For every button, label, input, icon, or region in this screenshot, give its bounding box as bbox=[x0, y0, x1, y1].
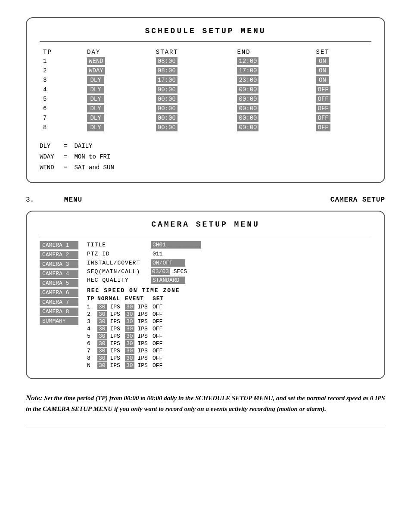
legend-eq: = bbox=[64, 141, 67, 152]
legend-item: DLY = DAILY bbox=[40, 141, 371, 152]
legend-item: WEND = SAT and SUN bbox=[40, 162, 371, 173]
legend-item: WDAY = MON to FRI bbox=[40, 152, 371, 162]
camera-layout: CAMERA 1CAMERA 2CAMERA 3CAMERA 4CAMERA 5… bbox=[40, 241, 371, 370]
cell-set: ON bbox=[313, 75, 372, 85]
rs-tp: 5 bbox=[87, 333, 96, 339]
rs-tp: N bbox=[87, 362, 96, 369]
camera-field-label: INSTALL/COVERT bbox=[87, 260, 147, 266]
cell-end: 00:00 bbox=[234, 94, 312, 104]
rs-normal: 30 IPS bbox=[97, 348, 123, 354]
cell-set: ON bbox=[313, 56, 372, 66]
cell-start: 00:00 bbox=[153, 94, 234, 104]
schedule-row: 2 WDAY 08:00 17:00 ON bbox=[40, 66, 371, 75]
col-set-header: SET bbox=[153, 296, 170, 302]
cell-tp: 1 bbox=[40, 56, 84, 66]
rs-set: OFF bbox=[153, 340, 170, 347]
col-tp-header: TP bbox=[87, 296, 96, 302]
cell-set: OFF bbox=[313, 104, 372, 113]
cell-end: 12:00 bbox=[234, 56, 312, 66]
rec-speed-row: 2 30 IPS 30 IPS OFF bbox=[87, 311, 371, 317]
rs-normal: 30 IPS bbox=[97, 340, 123, 347]
cell-end: 17:00 bbox=[234, 66, 312, 75]
rs-normal: 30 IPS bbox=[97, 362, 123, 369]
camera-list-item[interactable]: CAMERA 2 bbox=[40, 251, 78, 259]
rs-tp: 1 bbox=[87, 304, 96, 310]
cell-end: 00:00 bbox=[234, 104, 312, 113]
rs-set: OFF bbox=[153, 326, 170, 332]
rs-set: OFF bbox=[153, 311, 170, 317]
rs-event: 30 IPS bbox=[125, 326, 151, 332]
cell-day: DLY bbox=[84, 94, 153, 104]
rs-normal: 30 IPS bbox=[97, 318, 123, 325]
rs-event: 30 IPS bbox=[125, 362, 151, 369]
cell-start: 17:00 bbox=[153, 75, 234, 85]
rs-normal: 30 IPS bbox=[97, 326, 123, 332]
section3-heading: 3. MENU CAMERA SETUP bbox=[26, 196, 385, 204]
rs-tp: 2 bbox=[87, 311, 96, 317]
legend-abbr: DLY bbox=[40, 141, 57, 152]
cell-start: 00:00 bbox=[153, 123, 234, 132]
camera-list-item[interactable]: CAMERA 7 bbox=[40, 298, 78, 306]
rec-speed-row: N 30 IPS 30 IPS OFF bbox=[87, 362, 371, 369]
legend-eq: = bbox=[64, 152, 67, 162]
rs-event: 30 IPS bbox=[125, 311, 151, 317]
cell-end: 00:00 bbox=[234, 123, 312, 132]
camera-settings: TITLE CH01__________ PTZ ID 011 INSTALL/… bbox=[87, 241, 371, 370]
cell-set: ON bbox=[313, 66, 372, 75]
cell-end: 00:00 bbox=[234, 85, 312, 94]
schedule-table-header: TP DAY START END SET bbox=[40, 48, 371, 56]
rs-set: OFF bbox=[153, 304, 170, 310]
camera-field-label: SEQ(MAIN/CALL) bbox=[87, 268, 147, 275]
camera-field-row: INSTALL/COVERT ON/OFF bbox=[87, 259, 371, 267]
cell-tp: 2 bbox=[40, 66, 84, 75]
camera-field-row: PTZ ID 011 bbox=[87, 250, 371, 258]
cell-set: OFF bbox=[313, 85, 372, 94]
camera-field-row: SEQ(MAIN/CALL) 03/03 SECS bbox=[87, 268, 371, 275]
rec-speed-row: 4 30 IPS 30 IPS OFF bbox=[87, 326, 371, 332]
rs-tp: 4 bbox=[87, 326, 96, 332]
camera-field-row: TITLE CH01__________ bbox=[87, 241, 371, 249]
cell-end: 00:00 bbox=[234, 113, 312, 123]
rs-normal: 30 IPS bbox=[97, 355, 123, 361]
cell-start: 08:00 bbox=[153, 66, 234, 75]
rs-normal: 30 IPS bbox=[97, 311, 123, 317]
camera-list-item[interactable]: CAMERA 4 bbox=[40, 270, 78, 278]
camera-field-label: REC QUALITY bbox=[87, 277, 147, 283]
rec-speed-col-headers: TP NORMAL EVENT SET bbox=[87, 296, 371, 302]
col-end: END bbox=[234, 48, 312, 56]
camera-list-item[interactable]: CAMERA 1 bbox=[40, 241, 78, 249]
camera-list-item[interactable]: CAMERA 5 bbox=[40, 279, 78, 287]
camera-list-item[interactable]: CAMERA 3 bbox=[40, 260, 78, 268]
rec-speed-section: REC SPEED ON TIME ZONE TP NORMAL EVENT S… bbox=[87, 287, 371, 369]
rec-speed-header: REC SPEED ON TIME ZONE bbox=[87, 287, 371, 294]
cell-tp: 6 bbox=[40, 104, 84, 113]
rs-event: 30 IPS bbox=[125, 318, 151, 325]
col-tp: TP bbox=[40, 48, 84, 56]
schedule-table: TP DAY START END SET 1 WEND 08:00 12:00 … bbox=[40, 48, 371, 132]
camera-list-item[interactable]: CAMERA 8 bbox=[40, 308, 78, 316]
camera-field-value: ON/OFF bbox=[151, 259, 185, 267]
camera-field-label: TITLE bbox=[87, 242, 147, 248]
rs-tp: 6 bbox=[87, 340, 96, 347]
col-set: SET bbox=[313, 48, 372, 56]
rs-tp: 7 bbox=[87, 348, 96, 354]
cell-start: 00:00 bbox=[153, 104, 234, 113]
cell-tp: 4 bbox=[40, 85, 84, 94]
rs-event: 30 IPS bbox=[125, 304, 151, 310]
rs-event: 30 IPS bbox=[125, 355, 151, 361]
rec-speed-row: 8 30 IPS 30 IPS OFF bbox=[87, 355, 371, 361]
schedule-setup-menu-box: SCHEDULE SETUP MENU TP DAY START END SET… bbox=[26, 17, 385, 183]
rs-event: 30 IPS bbox=[125, 348, 151, 354]
cell-day: WEND bbox=[84, 56, 153, 66]
camera-field-value: 011 bbox=[151, 250, 164, 258]
cell-day: DLY bbox=[84, 113, 153, 123]
rec-speed-row: 7 30 IPS 30 IPS OFF bbox=[87, 348, 371, 354]
legend-meaning: DAILY bbox=[74, 141, 92, 152]
note-section: Note: Set the time period (TP) from 00:0… bbox=[26, 392, 385, 414]
legend-meaning: SAT and SUN bbox=[74, 162, 114, 173]
camera-list-item[interactable]: SUMMARY bbox=[40, 317, 78, 325]
schedule-row: 4 DLY 00:00 00:00 OFF bbox=[40, 85, 371, 94]
menu-divider bbox=[40, 41, 371, 42]
camera-list-item[interactable]: CAMERA 6 bbox=[40, 289, 78, 297]
camera-menu-divider bbox=[40, 235, 371, 235]
